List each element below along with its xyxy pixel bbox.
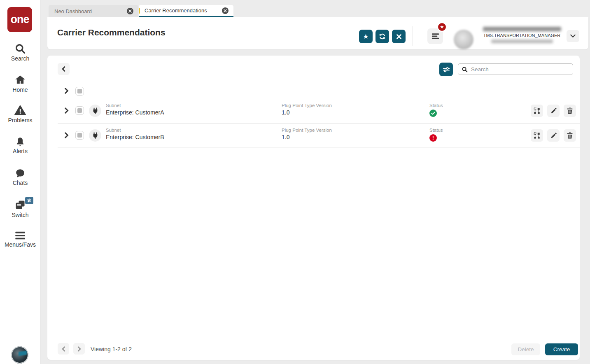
logo-text: one [10, 13, 29, 26]
status-label: Status [429, 128, 443, 133]
star-icon: ★ [363, 33, 368, 40]
back-button[interactable] [58, 63, 70, 75]
sliders-filter-icon [443, 66, 450, 73]
subnet-label: Subnet [106, 103, 164, 108]
tab-label: Carrier Recommendations [145, 7, 222, 14]
user-name-redacted [483, 27, 561, 31]
expand-row-chevron[interactable] [64, 107, 69, 115]
plug-icon [89, 105, 101, 117]
tab-neo-dashboard[interactable]: Neo Dashboard [49, 5, 138, 17]
trash-icon [567, 107, 573, 114]
delete-button[interactable]: Delete [511, 343, 540, 355]
subnet-cell: Subnet Enterprise: CustomerA [106, 103, 164, 116]
create-button[interactable]: Create [545, 343, 578, 355]
search-icon [0, 43, 40, 54]
bell-icon [0, 136, 40, 147]
filter-button[interactable] [439, 63, 453, 76]
sidebar-item-problems[interactable]: Problems [0, 105, 40, 124]
status-error-icon: ! [429, 134, 437, 142]
switch-windows-icon [0, 199, 40, 211]
sidebar-item-label: Alerts [0, 148, 40, 154]
subnet-value: Enterprise: CustomerB [106, 134, 164, 140]
close-icon [396, 34, 401, 39]
app-window: one Search Home Problems Alerts [0, 0, 590, 364]
user-info[interactable]: TMS.TRANSPORTATION_MANAGER [478, 27, 566, 43]
checkbox-indeterminate-mark [77, 133, 82, 138]
user-menu-button[interactable] [567, 30, 579, 42]
edit-button[interactable] [547, 129, 560, 142]
sidebar-item-label: Menus/Favs [0, 241, 40, 248]
sidebar-item-menus-favs[interactable]: Menus/Favs [0, 231, 40, 248]
assistant-avatar[interactable] [11, 346, 28, 364]
delete-row-button[interactable] [564, 129, 576, 142]
main-area: Neo Dashboard Carrier Recommendations Ca… [40, 0, 590, 364]
status-cell: Status ! [429, 128, 443, 142]
tab-bar: Neo Dashboard Carrier Recommendations [40, 0, 590, 17]
row-checkbox[interactable] [75, 106, 84, 115]
sidebar-item-switch[interactable]: Switch [0, 199, 40, 218]
sidebar-item-search[interactable]: Search [0, 43, 40, 62]
expand-row-chevron[interactable] [64, 132, 69, 140]
subnet-label: Subnet [106, 128, 164, 133]
chevron-left-icon [62, 66, 65, 72]
sidebar-item-label: Chats [0, 180, 40, 186]
trash-icon [567, 132, 573, 139]
status-success-icon [429, 110, 437, 117]
model-hierarchy-button[interactable] [531, 105, 543, 117]
divider [58, 147, 580, 147]
edit-button[interactable] [547, 105, 560, 117]
sidebar-item-label: Home [0, 86, 40, 93]
row-checkbox[interactable] [75, 131, 84, 140]
refresh-icon [379, 33, 386, 40]
version-value: 1.0 [282, 134, 332, 140]
sidebar-item-label: Switch [0, 212, 40, 218]
status-cell: Status [429, 103, 443, 117]
hierarchy-icon [534, 132, 540, 139]
pencil-icon [550, 133, 557, 139]
tab-close-icon[interactable] [127, 8, 133, 14]
table-row: Subnet Enterprise: CustomerA Plug Point … [47, 99, 580, 122]
pagination-prev-button[interactable] [58, 343, 69, 355]
tab-close-icon[interactable] [222, 7, 229, 14]
search-icon [462, 66, 468, 72]
close-page-button[interactable] [392, 30, 406, 43]
tab-carrier-recommendations[interactable]: Carrier Recommendations [139, 5, 233, 17]
page-title: Carrier Recommendations [57, 28, 166, 37]
favorites-badge-icon: ★ [437, 22, 447, 32]
user-avatar[interactable] [454, 30, 473, 49]
sidebar-item-label: Search [0, 55, 40, 62]
select-all-checkbox[interactable] [75, 87, 84, 96]
delete-row-button[interactable] [564, 105, 576, 117]
user-role: TMS.TRANSPORTATION_MANAGER [478, 33, 566, 38]
pagination-next-button[interactable] [73, 343, 85, 355]
checkbox-indeterminate-mark [77, 89, 82, 93]
subnet-value: Enterprise: CustomerA [106, 109, 164, 116]
expand-all-chevron[interactable] [64, 88, 69, 96]
refresh-button[interactable] [375, 30, 389, 43]
hierarchy-icon [534, 107, 540, 114]
search-input[interactable] [471, 66, 569, 72]
user-org-redacted [491, 40, 553, 43]
sidebar-item-home[interactable]: Home [0, 74, 40, 93]
content-panel: Subnet Enterprise: CustomerA Plug Point … [47, 56, 580, 360]
home-icon [0, 74, 40, 86]
pagination-status: Viewing 1-2 of 2 [91, 346, 132, 352]
chevron-right-icon [77, 346, 81, 352]
header-separator [413, 26, 413, 46]
status-label: Status [429, 103, 443, 108]
sidebar-item-chats[interactable]: Chats [0, 168, 40, 186]
version-label: Plug Point Type Version [282, 128, 332, 133]
model-hierarchy-button[interactable] [531, 129, 543, 142]
switch-badge-icon [25, 197, 33, 204]
sidebar-item-alerts[interactable]: Alerts [0, 136, 40, 154]
version-value: 1.0 [282, 109, 332, 116]
version-cell: Plug Point Type Version 1.0 [282, 103, 332, 116]
hamburger-menu-icon [431, 33, 439, 40]
one-network-logo[interactable]: one [7, 7, 32, 32]
search-field [458, 63, 573, 75]
chat-bubble-icon [0, 168, 40, 179]
sidebar: one Search Home Problems Alerts [0, 0, 40, 364]
favorite-button[interactable]: ★ [359, 30, 373, 43]
tab-label: Neo Dashboard [54, 8, 127, 14]
checkbox-indeterminate-mark [77, 108, 82, 113]
